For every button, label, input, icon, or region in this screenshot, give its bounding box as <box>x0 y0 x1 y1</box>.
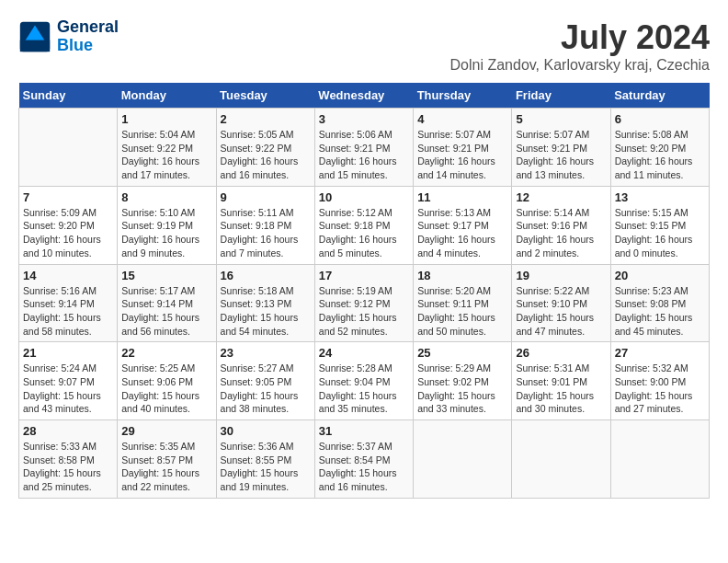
calendar-cell: 5Sunrise: 5:07 AM Sunset: 9:21 PM Daylig… <box>512 109 610 187</box>
calendar-cell: 17Sunrise: 5:19 AM Sunset: 9:12 PM Dayli… <box>314 264 413 342</box>
calendar-cell: 11Sunrise: 5:13 AM Sunset: 9:17 PM Dayli… <box>414 186 512 264</box>
calendar-cell: 24Sunrise: 5:28 AM Sunset: 9:04 PM Dayli… <box>314 342 413 420</box>
day-info: Sunrise: 5:07 AM Sunset: 9:21 PM Dayligh… <box>516 128 606 182</box>
day-number: 2 <box>221 112 311 126</box>
weekday-header-saturday: Saturday <box>610 83 709 109</box>
day-info: Sunrise: 5:10 AM Sunset: 9:19 PM Dayligh… <box>121 206 211 260</box>
day-info: Sunrise: 5:33 AM Sunset: 8:58 PM Dayligh… <box>23 440 113 494</box>
day-info: Sunrise: 5:28 AM Sunset: 9:04 PM Dayligh… <box>319 362 409 416</box>
calendar-cell: 9Sunrise: 5:11 AM Sunset: 9:18 PM Daylig… <box>216 186 314 264</box>
day-info: Sunrise: 5:15 AM Sunset: 9:15 PM Dayligh… <box>615 206 705 260</box>
day-number: 23 <box>221 346 311 360</box>
day-number: 26 <box>516 346 606 360</box>
logo-line1: General <box>57 18 119 37</box>
calendar-cell: 10Sunrise: 5:12 AM Sunset: 9:18 PM Dayli… <box>314 186 413 264</box>
weekday-header-row: SundayMondayTuesdayWednesdayThursdayFrid… <box>19 83 710 109</box>
logo-icon <box>18 20 51 53</box>
day-info: Sunrise: 5:36 AM Sunset: 8:55 PM Dayligh… <box>221 440 311 494</box>
calendar-week-row: 21Sunrise: 5:24 AM Sunset: 9:07 PM Dayli… <box>19 342 710 420</box>
day-info: Sunrise: 5:32 AM Sunset: 9:00 PM Dayligh… <box>615 362 705 416</box>
main-title: July 2024 <box>450 18 710 57</box>
day-number: 7 <box>23 190 113 204</box>
day-info: Sunrise: 5:05 AM Sunset: 9:22 PM Dayligh… <box>221 128 311 182</box>
calendar-cell: 2Sunrise: 5:05 AM Sunset: 9:22 PM Daylig… <box>216 109 314 187</box>
logo: General Blue <box>18 18 119 55</box>
day-info: Sunrise: 5:19 AM Sunset: 9:12 PM Dayligh… <box>319 284 409 339</box>
day-number: 15 <box>121 269 211 282</box>
calendar-cell <box>19 109 118 187</box>
day-info: Sunrise: 5:20 AM Sunset: 9:11 PM Dayligh… <box>417 284 507 339</box>
day-number: 9 <box>221 190 311 204</box>
day-info: Sunrise: 5:24 AM Sunset: 9:07 PM Dayligh… <box>23 362 113 416</box>
day-info: Sunrise: 5:31 AM Sunset: 9:01 PM Dayligh… <box>516 362 606 416</box>
day-info: Sunrise: 5:37 AM Sunset: 8:54 PM Dayligh… <box>319 440 409 494</box>
calendar-cell: 31Sunrise: 5:37 AM Sunset: 8:54 PM Dayli… <box>314 420 413 499</box>
calendar-cell: 20Sunrise: 5:23 AM Sunset: 9:08 PM Dayli… <box>610 264 709 342</box>
calendar-week-row: 1Sunrise: 5:04 AM Sunset: 9:22 PM Daylig… <box>19 109 710 187</box>
day-number: 21 <box>23 346 113 360</box>
calendar-cell: 6Sunrise: 5:08 AM Sunset: 9:20 PM Daylig… <box>610 109 709 187</box>
day-info: Sunrise: 5:13 AM Sunset: 9:17 PM Dayligh… <box>417 206 507 260</box>
day-info: Sunrise: 5:04 AM Sunset: 9:22 PM Dayligh… <box>121 128 211 182</box>
day-info: Sunrise: 5:23 AM Sunset: 9:08 PM Dayligh… <box>615 284 705 339</box>
svg-rect-2 <box>20 40 50 52</box>
day-number: 1 <box>121 112 211 126</box>
calendar-cell <box>414 420 512 499</box>
weekday-header-thursday: Thursday <box>414 83 512 109</box>
weekday-header-wednesday: Wednesday <box>314 83 413 109</box>
calendar-cell: 23Sunrise: 5:27 AM Sunset: 9:05 PM Dayli… <box>216 342 314 420</box>
day-info: Sunrise: 5:17 AM Sunset: 9:14 PM Dayligh… <box>121 284 211 339</box>
calendar-cell: 7Sunrise: 5:09 AM Sunset: 9:20 PM Daylig… <box>19 186 118 264</box>
calendar-cell <box>512 420 610 499</box>
day-number: 24 <box>319 346 409 360</box>
calendar-cell: 26Sunrise: 5:31 AM Sunset: 9:01 PM Dayli… <box>512 342 610 420</box>
calendar-cell: 19Sunrise: 5:22 AM Sunset: 9:10 PM Dayli… <box>512 264 610 342</box>
day-info: Sunrise: 5:25 AM Sunset: 9:06 PM Dayligh… <box>121 362 211 416</box>
day-info: Sunrise: 5:14 AM Sunset: 9:16 PM Dayligh… <box>516 206 606 260</box>
day-number: 18 <box>417 269 507 282</box>
day-number: 10 <box>319 190 409 204</box>
day-number: 5 <box>516 112 606 126</box>
calendar-cell: 13Sunrise: 5:15 AM Sunset: 9:15 PM Dayli… <box>610 186 709 264</box>
calendar-cell: 3Sunrise: 5:06 AM Sunset: 9:21 PM Daylig… <box>314 109 413 187</box>
calendar-cell <box>610 420 709 499</box>
calendar-cell: 14Sunrise: 5:16 AM Sunset: 9:14 PM Dayli… <box>19 264 118 342</box>
day-info: Sunrise: 5:22 AM Sunset: 9:10 PM Dayligh… <box>516 284 606 339</box>
subtitle: Dolni Zandov, Karlovarsky kraj, Czechia <box>450 57 710 74</box>
day-info: Sunrise: 5:29 AM Sunset: 9:02 PM Dayligh… <box>417 362 507 416</box>
calendar-cell: 29Sunrise: 5:35 AM Sunset: 8:57 PM Dayli… <box>118 420 216 499</box>
calendar-cell: 16Sunrise: 5:18 AM Sunset: 9:13 PM Dayli… <box>216 264 314 342</box>
day-number: 22 <box>121 346 211 360</box>
calendar-cell: 4Sunrise: 5:07 AM Sunset: 9:21 PM Daylig… <box>414 109 512 187</box>
day-number: 19 <box>516 269 606 282</box>
day-number: 17 <box>319 269 409 282</box>
calendar-cell: 12Sunrise: 5:14 AM Sunset: 9:16 PM Dayli… <box>512 186 610 264</box>
logo-text: General Blue <box>57 18 119 55</box>
day-info: Sunrise: 5:18 AM Sunset: 9:13 PM Dayligh… <box>221 284 311 339</box>
day-number: 6 <box>615 112 705 126</box>
calendar-cell: 25Sunrise: 5:29 AM Sunset: 9:02 PM Dayli… <box>414 342 512 420</box>
calendar-cell: 21Sunrise: 5:24 AM Sunset: 9:07 PM Dayli… <box>19 342 118 420</box>
calendar-cell: 1Sunrise: 5:04 AM Sunset: 9:22 PM Daylig… <box>118 109 216 187</box>
calendar-cell: 28Sunrise: 5:33 AM Sunset: 8:58 PM Dayli… <box>19 420 118 499</box>
weekday-header-friday: Friday <box>512 83 610 109</box>
day-number: 14 <box>23 269 113 282</box>
day-number: 16 <box>221 269 311 282</box>
header: General Blue July 2024 Dolni Zandov, Kar… <box>18 18 710 74</box>
day-number: 31 <box>319 424 409 438</box>
day-number: 28 <box>23 424 113 438</box>
day-number: 13 <box>615 190 705 204</box>
day-info: Sunrise: 5:07 AM Sunset: 9:21 PM Dayligh… <box>417 128 507 182</box>
day-number: 30 <box>221 424 311 438</box>
calendar-cell: 8Sunrise: 5:10 AM Sunset: 9:19 PM Daylig… <box>118 186 216 264</box>
day-number: 25 <box>417 346 507 360</box>
title-area: July 2024 Dolni Zandov, Karlovarsky kraj… <box>450 18 710 74</box>
day-info: Sunrise: 5:27 AM Sunset: 9:05 PM Dayligh… <box>221 362 311 416</box>
day-number: 27 <box>615 346 705 360</box>
day-number: 29 <box>121 424 211 438</box>
day-info: Sunrise: 5:09 AM Sunset: 9:20 PM Dayligh… <box>23 206 113 260</box>
calendar-week-row: 14Sunrise: 5:16 AM Sunset: 9:14 PM Dayli… <box>19 264 710 342</box>
day-info: Sunrise: 5:35 AM Sunset: 8:57 PM Dayligh… <box>121 440 211 494</box>
calendar-week-row: 7Sunrise: 5:09 AM Sunset: 9:20 PM Daylig… <box>19 186 710 264</box>
day-number: 12 <box>516 190 606 204</box>
